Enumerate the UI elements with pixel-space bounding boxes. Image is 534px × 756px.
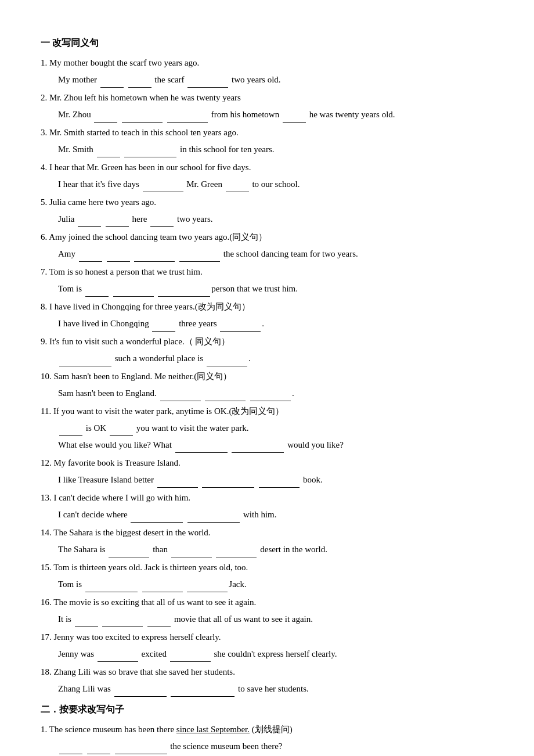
q14-rewrite: The Sahara is than desert in the world. <box>41 542 493 557</box>
q12-rewrite: I like Treasure Island better book. <box>41 472 493 488</box>
question-6: 6. Amy joined the school dancing team tw… <box>41 229 493 262</box>
question-18: 18. Zhang Lili was so brave that she sav… <box>41 664 493 697</box>
section-1-title: 一 改写同义句 <box>41 35 493 52</box>
q2-original: 2. Mr. Zhou left his hometown when he wa… <box>41 90 493 106</box>
q7-rewrite: Tom is person that we trust him. <box>41 281 493 297</box>
question-17: 17. Jenny was too excited to express her… <box>41 629 493 662</box>
question-12: 12. My favorite book is Treasure Island.… <box>41 455 493 488</box>
question-9: 9. It's fun to visit such a wonderful pl… <box>41 334 493 366</box>
q8-rewrite: I have lived in Chongqing three years . <box>41 316 493 332</box>
question-8: 8. I have lived in Chongqing for three y… <box>41 299 493 332</box>
question-10: 10. Sam hasn't been to England. Me neith… <box>41 369 493 401</box>
q7-original: 7. Tom is so honest a person that we tru… <box>41 264 493 280</box>
s2-q1-original: 1. The science museum has been there sin… <box>41 722 493 737</box>
section-2-title: 二．按要求改写句子 <box>41 701 493 718</box>
q18-original: 18. Zhang Lili was so brave that she sav… <box>41 664 493 680</box>
q6-rewrite: Amy the school dancing team for two year… <box>41 246 493 262</box>
s2-question-1: 1. The science museum has been there sin… <box>41 722 493 754</box>
q16-rewrite: It is movie that all of us want to see i… <box>41 611 493 627</box>
q17-rewrite: Jenny was excited she couldn't express h… <box>41 646 493 662</box>
q12-original: 12. My favorite book is Treasure Island. <box>41 455 493 471</box>
q13-original: 13. I can't decide where I will go with … <box>41 490 493 506</box>
q13-rewrite: I can't decide where with him. <box>41 507 493 523</box>
q4-rewrite: I hear that it's five days Mr. Green to … <box>41 177 493 192</box>
q5-original: 5. Julia came here two years ago. <box>41 195 493 210</box>
question-16: 16. The movie is so exciting that all of… <box>41 595 493 627</box>
q11-rewrite1: is OK you want to visit the water park. <box>41 420 493 436</box>
q14-original: 14. The Sahara is the biggest desert in … <box>41 525 493 541</box>
question-2: 2. Mr. Zhou left his hometown when he wa… <box>41 90 493 123</box>
q3-original: 3. Mr. Smith started to teach in this sc… <box>41 125 493 141</box>
q11-original: 11. If you want to visit the water park,… <box>41 404 493 419</box>
section-2: 二．按要求改写句子 1. The science museum has been… <box>41 701 493 756</box>
question-3: 3. Mr. Smith started to teach in this sc… <box>41 125 493 157</box>
question-11: 11. If you want to visit the water park,… <box>41 404 493 453</box>
q5-rewrite: Julia here two years. <box>41 211 493 227</box>
q17-original: 17. Jenny was too excited to express her… <box>41 629 493 645</box>
q18-rewrite: Zhang Lili was to save her students. <box>41 681 493 697</box>
q8-original: 8. I have lived in Chongqing for three y… <box>41 299 493 315</box>
q15-original: 15. Tom is thirteen years old. Jack is t… <box>41 560 493 575</box>
q6-original: 6. Amy joined the school dancing team tw… <box>41 229 493 245</box>
q2-rewrite: Mr. Zhou from his hometown he was twenty… <box>41 107 493 123</box>
question-13: 13. I can't decide where I will go with … <box>41 490 493 523</box>
q10-original: 10. Sam hasn't been to England. Me neith… <box>41 369 493 384</box>
question-1: 1. My mother bought the scarf two years … <box>41 55 493 88</box>
q1-rewrite: My mother the scarf two years old. <box>41 72 493 88</box>
s2-q1-rewrite: the science museum been there? <box>41 739 493 754</box>
q4-original: 4. I hear that Mr. Green has been in our… <box>41 160 493 175</box>
q3-rewrite: Mr. Smith in this school for ten years. <box>41 142 493 157</box>
page-content: 一 改写同义句 1. My mother bought the scarf tw… <box>41 35 493 756</box>
q1-original: 1. My mother bought the scarf two years … <box>41 55 493 71</box>
q11-rewrite2: What else would you like? What would you… <box>41 437 493 453</box>
section-1: 一 改写同义句 1. My mother bought the scarf tw… <box>41 35 493 697</box>
question-7: 7. Tom is so honest a person that we tru… <box>41 264 493 297</box>
question-15: 15. Tom is thirteen years old. Jack is t… <box>41 560 493 592</box>
question-4: 4. I hear that Mr. Green has been in our… <box>41 160 493 192</box>
q16-original: 16. The movie is so exciting that all of… <box>41 595 493 610</box>
q10-rewrite: Sam hasn't been to England. . <box>41 386 493 401</box>
question-14: 14. The Sahara is the biggest desert in … <box>41 525 493 557</box>
question-5: 5. Julia came here two years ago. Julia … <box>41 195 493 227</box>
q15-rewrite: Tom is Jack. <box>41 577 493 592</box>
q9-original: 9. It's fun to visit such a wonderful pl… <box>41 334 493 350</box>
q9-rewrite: such a wonderful place is . <box>41 351 493 366</box>
